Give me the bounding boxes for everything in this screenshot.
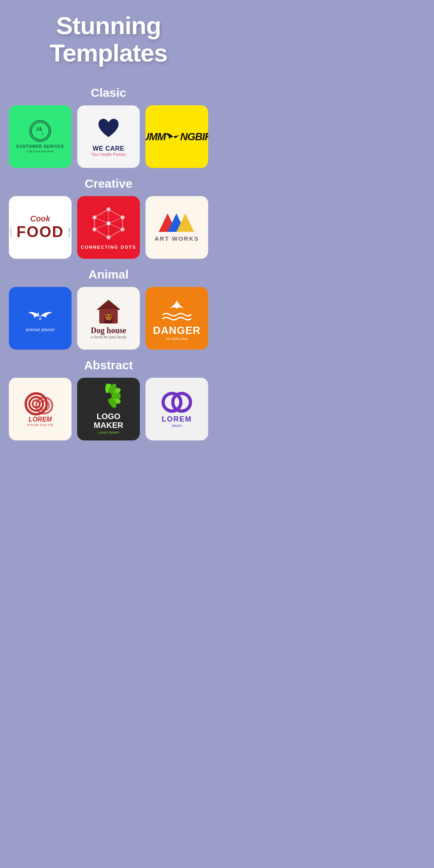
- svg-point-47: [105, 393, 112, 399]
- animal-planet-title: animal planet: [26, 327, 55, 332]
- section-animal-title: Animal: [88, 268, 129, 281]
- fork-right-icon: 🍴: [66, 227, 72, 237]
- section-classic-title: Clasic: [91, 86, 126, 100]
- classic-cards-row: 24 7 CUSTOMER SERVICE Call us at any tim…: [8, 105, 209, 168]
- customer-service-title: CUSTOMER SERVICE: [16, 144, 64, 149]
- heart-icon: [96, 117, 121, 143]
- card-cook-food[interactable]: Cook 🍴 FOOD 🍴: [9, 196, 72, 259]
- section-creative-title: Creative: [85, 177, 132, 190]
- page-title: Stunning Templates: [49, 12, 167, 67]
- svg-line-19: [108, 217, 123, 223]
- section-abstract-title: Abstract: [84, 358, 133, 372]
- svg-marker-28: [96, 300, 121, 310]
- card-connecting-dots[interactable]: CONNECTING DOTS: [77, 196, 140, 259]
- cook-label: Cook: [30, 214, 50, 223]
- dog-house-sub: A home for your family: [90, 335, 127, 339]
- card-danger[interactable]: DANGER No swim area: [145, 287, 208, 350]
- we-care-title: WE CARE: [92, 145, 124, 152]
- creative-cards-row: Cook 🍴 FOOD 🍴: [8, 196, 209, 259]
- fork-left-icon: 🍴: [9, 227, 15, 237]
- svg-line-22: [94, 223, 108, 229]
- svg-line-23: [94, 217, 108, 223]
- logo-maker-sub: Lorem Ipsum: [98, 430, 119, 434]
- card-customer-service[interactable]: 24 7 CUSTOMER SERVICE Call us at any tim…: [9, 105, 72, 168]
- lorem-rings-sub: ipsum: [172, 424, 182, 428]
- art-works-triangles: [159, 213, 195, 232]
- svg-line-20: [108, 223, 123, 229]
- card-logo-maker[interactable]: LOGOMAKER Lorem Ipsum: [77, 378, 140, 440]
- interlocked-rings-icon: [161, 391, 193, 415]
- svg-line-17: [94, 209, 108, 217]
- connecting-dots-title: CONNECTING DOTS: [81, 245, 136, 250]
- connecting-dots-svg: [90, 205, 127, 242]
- card-lorem-rings[interactable]: LOREM ipsum: [145, 378, 208, 440]
- we-care-sub: Your Health Partner: [91, 152, 126, 157]
- danger-sub: No swim area: [166, 337, 188, 341]
- lorem-spiral-sub: IPSUM DOLOR: [27, 423, 53, 427]
- svg-line-12: [108, 209, 123, 217]
- animal-cards-row: animal planet Dog house A home for your …: [8, 287, 209, 350]
- svg-line-14: [108, 229, 123, 237]
- dog-house-icon: [94, 298, 123, 326]
- svg-text:7: 7: [41, 132, 43, 136]
- food-label: FOOD: [16, 223, 64, 241]
- card-hummingbird[interactable]: HUMM NGBIRD: [145, 105, 208, 168]
- card-art-works[interactable]: ART WORKS: [145, 196, 208, 259]
- svg-point-27: [37, 313, 39, 314]
- card-we-care[interactable]: WE CARE Your Health Partner: [77, 105, 140, 168]
- hummingbird-text2: NGBIRD: [180, 131, 208, 143]
- card-dog-house[interactable]: Dog house A home for your family: [77, 287, 140, 350]
- lorem-rings-title: LOREM: [162, 415, 192, 424]
- hummingbird-bird-icon: [165, 131, 181, 142]
- spiral-rings-icon: [24, 392, 56, 416]
- shark-icon: [161, 296, 193, 324]
- hummingbird-text: HUMM: [145, 131, 166, 143]
- svg-line-15: [94, 229, 108, 237]
- card-lorem-spiral[interactable]: LOREM IPSUM DOLOR: [9, 378, 72, 440]
- danger-title: DANGER: [153, 324, 201, 337]
- lorem-spiral-title: LOREM: [29, 416, 52, 423]
- clock-icon: 24 7: [29, 120, 51, 142]
- svg-point-33: [107, 317, 110, 319]
- svg-text:24: 24: [36, 127, 41, 131]
- svg-point-4: [167, 134, 168, 135]
- dog-house-title: Dog house: [91, 326, 126, 335]
- logo-maker-title: LOGOMAKER: [94, 412, 123, 430]
- logo-maker-flower-icon: [96, 384, 121, 409]
- art-works-title: ART WORKS: [155, 235, 199, 242]
- customer-service-sub: Call us at any time: [27, 149, 53, 153]
- card-animal-planet[interactable]: animal planet: [9, 287, 72, 350]
- abstract-cards-row: LOREM IPSUM DOLOR LOGOMAKER Lorem Ipsum: [8, 378, 209, 440]
- animal-bird-icon: [26, 305, 54, 327]
